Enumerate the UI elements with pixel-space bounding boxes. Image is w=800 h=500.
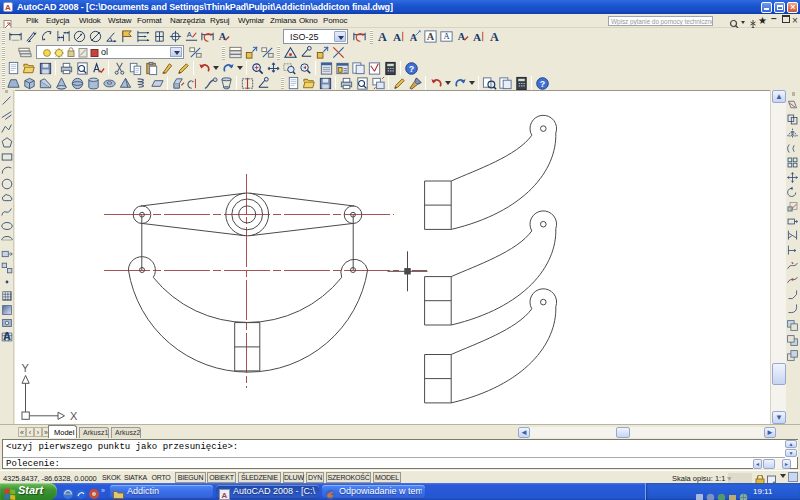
svg-text:A: A — [378, 30, 387, 44]
svg-text:A: A — [393, 31, 402, 43]
svg-text:?: ? — [540, 79, 545, 89]
svg-text:A: A — [473, 31, 482, 43]
svg-text:X: X — [70, 410, 78, 422]
svg-text:A: A — [427, 31, 435, 42]
svg-text:A: A — [222, 491, 228, 500]
svg-text:A: A — [219, 31, 227, 42]
svg-text:A: A — [443, 31, 450, 41]
svg-text:Y: Y — [22, 362, 30, 374]
svg-text:A: A — [187, 30, 192, 39]
svg-text:A: A — [490, 30, 499, 44]
svg-text:A: A — [458, 31, 466, 42]
svg-text:?: ? — [409, 64, 414, 74]
